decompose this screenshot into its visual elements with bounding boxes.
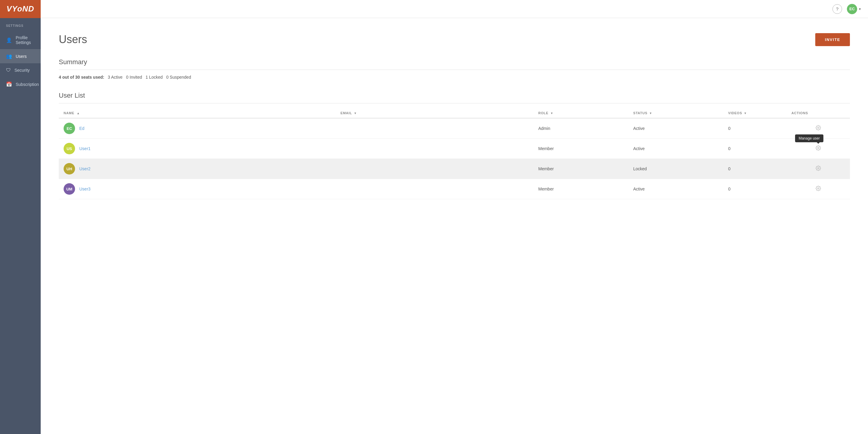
user-videos-cell: 0	[723, 138, 786, 159]
user-videos-cell: 0	[723, 159, 786, 179]
sidebar-item-subscription[interactable]: 📅 Subscription	[0, 77, 41, 91]
user-name-link[interactable]: Ed	[79, 126, 84, 131]
user-role-cell: Member	[533, 179, 628, 199]
user-name-link[interactable]: User2	[79, 166, 90, 171]
sidebar-item-label: Security	[14, 68, 30, 73]
user-name-link[interactable]: User1	[79, 146, 90, 151]
summary-stats: 4 out of 30 seats used: 3 Active 0 Invit…	[59, 75, 850, 80]
users-table: NAME ▲ EMAIL ▾ ROLE ▾ STATUS ▾	[59, 108, 850, 199]
user-videos-cell: 0	[723, 179, 786, 199]
table-row: UH User2 Member Locked 0	[59, 159, 850, 179]
avatar: UM	[64, 183, 75, 195]
sort-icon-status: ▾	[650, 112, 652, 115]
user-actions-cell	[786, 179, 850, 199]
col-header-name[interactable]: NAME ▲	[59, 108, 336, 118]
col-header-role[interactable]: ROLE ▾	[533, 108, 628, 118]
user-email-cell	[336, 159, 533, 179]
gear-icon	[815, 165, 821, 171]
user-name-cell: US User1	[59, 138, 336, 159]
svg-point-0	[818, 127, 819, 128]
user-status-cell: Locked	[628, 159, 723, 179]
sidebar-section-label: SETTINGS	[0, 24, 41, 31]
user-name-link[interactable]: User3	[79, 187, 90, 191]
col-header-email[interactable]: EMAIL ▾	[336, 108, 533, 118]
avatar: EC	[847, 4, 857, 14]
user-menu-button[interactable]: EC ▾	[847, 4, 861, 14]
sidebar-item-security[interactable]: 🛡 Security	[0, 63, 41, 77]
sidebar-item-label: Users	[16, 54, 27, 59]
user-role-cell: Member	[533, 159, 628, 179]
user-status-cell: Active	[628, 138, 723, 159]
users-tbody: EC Ed Admin Active 0	[59, 118, 850, 199]
col-header-videos[interactable]: VIDEOS ▾	[723, 108, 786, 118]
user-email-cell	[336, 118, 533, 138]
sidebar-item-profile-settings[interactable]: 👤 Profile Settings	[0, 31, 41, 49]
user-role-cell: Member	[533, 138, 628, 159]
page-header-row: Users INVITE	[59, 33, 850, 46]
logo: VYoND	[6, 4, 34, 13]
sort-icon-email: ▾	[354, 112, 356, 115]
summary-title: Summary	[59, 58, 850, 66]
table-row: UM User3 Member Active 0	[59, 179, 850, 199]
logo-area: VYoND	[0, 0, 41, 18]
sidebar: SETTINGS 👤 Profile Settings 👥 Users 🛡 Se…	[0, 18, 41, 434]
user-name-cell: UM User3	[59, 179, 336, 199]
user-email-cell	[336, 138, 533, 159]
page-title: Users	[59, 33, 87, 46]
manage-user-button[interactable]	[813, 124, 824, 133]
table-header: NAME ▲ EMAIL ▾ ROLE ▾ STATUS ▾	[59, 108, 850, 118]
avatar: UH	[64, 163, 75, 175]
user-actions-cell	[786, 118, 850, 138]
manage-user-button[interactable]	[813, 144, 824, 153]
suspended-count: 0 Suspended	[166, 75, 191, 80]
user-list-title: User List	[59, 92, 850, 99]
user-actions-cell: Manage user	[786, 138, 850, 159]
help-button[interactable]: ?	[832, 4, 842, 14]
sidebar-item-label: Profile Settings	[16, 35, 35, 45]
main-layout: SETTINGS 👤 Profile Settings 👥 Users 🛡 Se…	[0, 18, 868, 434]
avatar: EC	[64, 123, 75, 134]
avatar: US	[64, 143, 75, 154]
user-name-cell: UH User2	[59, 159, 336, 179]
user-list-divider	[59, 103, 850, 103]
svg-point-1	[818, 147, 819, 149]
person-icon: 👤	[6, 37, 12, 43]
action-tooltip-container: Manage user	[813, 144, 824, 153]
chevron-down-icon: ▾	[859, 7, 861, 11]
users-icon: 👥	[6, 53, 12, 59]
table-row: EC Ed Admin Active 0	[59, 118, 850, 138]
user-status-cell: Active	[628, 118, 723, 138]
manage-user-button[interactable]	[813, 164, 824, 174]
active-count: 3 Active	[108, 75, 123, 80]
table-row: US User1 Member Active 0 Manage user	[59, 138, 850, 159]
sidebar-item-label: Subscription	[16, 82, 39, 87]
summary-divider	[59, 70, 850, 70]
action-tooltip-container	[813, 164, 824, 174]
invite-button[interactable]: INVITE	[815, 33, 850, 46]
user-role-cell: Admin	[533, 118, 628, 138]
svg-point-2	[818, 167, 819, 169]
seats-used-label: 4 out of 30 seats used:	[59, 75, 104, 80]
header-right: ? EC ▾	[832, 4, 861, 14]
user-actions-cell	[786, 159, 850, 179]
calendar-icon: 📅	[6, 82, 12, 87]
action-tooltip-container	[813, 184, 824, 194]
sort-icon-role: ▾	[551, 112, 553, 115]
gear-icon	[815, 125, 821, 130]
action-tooltip-container	[813, 124, 824, 133]
locked-count: 1 Locked	[146, 75, 163, 80]
svg-point-3	[818, 187, 819, 189]
sidebar-item-users[interactable]: 👥 Users	[0, 49, 41, 63]
shield-icon: 🛡	[6, 67, 11, 73]
user-status-cell: Active	[628, 179, 723, 199]
gear-icon	[815, 145, 821, 151]
user-name-cell: EC Ed	[59, 118, 336, 138]
manage-user-button[interactable]	[813, 184, 824, 194]
col-header-actions: ACTIONS	[786, 108, 850, 118]
invited-count: 0 Invited	[126, 75, 142, 80]
user-videos-cell: 0	[723, 118, 786, 138]
user-email-cell	[336, 179, 533, 199]
content-area: Users INVITE Summary 4 out of 30 seats u…	[41, 18, 868, 434]
col-header-status[interactable]: STATUS ▾	[628, 108, 723, 118]
gear-icon	[815, 186, 821, 191]
